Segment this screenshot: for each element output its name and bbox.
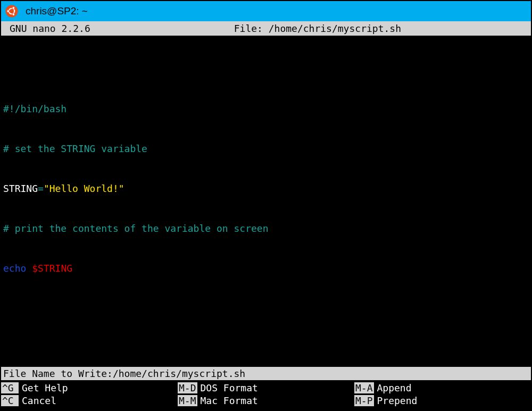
shortcut-prepend[interactable]: M-PPrepend [354,394,531,407]
shortcut-dos-format[interactable]: M-DDOS Format [178,381,354,394]
shortcut-label: Cancel [20,395,56,406]
svg-point-3 [12,7,15,10]
key-label: ^C [1,395,19,406]
shortcut-label: Prepend [375,395,418,406]
shortcut-label: DOS Format [198,382,258,393]
terminal-window: chris@SP2: ~ GNU nano 2.2.6 File: /home/… [0,0,532,411]
code-line: STRING="Hello World!" [3,182,529,195]
ubuntu-icon [5,5,18,18]
window-title: chris@SP2: ~ [26,5,88,17]
key-label: M-A [354,382,374,393]
key-label: ^G [1,382,19,393]
nano-version: GNU nano 2.2.6 [10,23,90,34]
code-line: echo $STRING [3,262,529,275]
svg-point-4 [12,13,15,16]
shortcut-get-help[interactable]: ^GGet Help [1,381,178,394]
nano-file-label: File: /home/chris/myscript.sh [234,23,401,34]
code-line: # set the STRING variable [3,142,529,155]
shortcut-label: Get Help [20,382,68,393]
shortcut-label: Append [375,382,412,393]
shortcut-append[interactable]: M-AAppend [354,381,531,394]
prompt-value[interactable]: /home/chris/myscript.sh [113,368,245,379]
code-line: # print the contents of the variable on … [3,222,529,235]
key-label: M-P [354,395,374,406]
title-bar[interactable]: chris@SP2: ~ [1,1,531,21]
svg-point-2 [7,10,10,13]
key-label: M-M [178,395,197,406]
code-line: #!/bin/bash [3,102,529,115]
shortcut-mac-format[interactable]: M-MMac Format [178,394,354,407]
prompt-bar[interactable]: File Name to Write: /home/chris/myscript… [1,367,531,380]
shortcut-label: Mac Format [198,395,258,406]
shortcut-bar: ^GGet Help M-DDOS Format M-AAppend ^CCan… [1,380,531,410]
nano-header: GNU nano 2.2.6 File: /home/chris/myscrip… [1,21,531,36]
prompt-label: File Name to Write: [3,368,113,379]
shortcut-cancel[interactable]: ^CCancel [1,394,178,407]
key-label: M-D [178,382,197,393]
editor-area[interactable]: #!/bin/bash # set the STRING variable ST… [1,36,531,367]
